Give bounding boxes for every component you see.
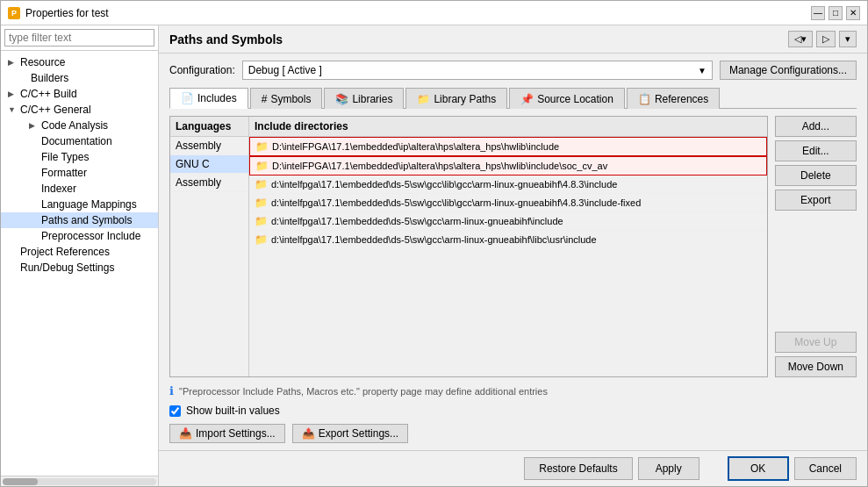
sidebar-label-indexer: Indexer <box>41 183 76 195</box>
sidebar-label-language-mappings: Language Mappings <box>41 198 137 211</box>
close-button[interactable]: ✕ <box>846 6 860 20</box>
tab-library-paths-icon: 📁 <box>417 93 430 105</box>
folder-icon-3: 📁 <box>255 178 268 190</box>
sidebar-item-indexer[interactable]: Indexer <box>1 181 158 197</box>
move-up-button[interactable]: Move Up <box>775 332 857 353</box>
sidebar-label-preprocessor: Preprocessor Include <box>41 230 140 242</box>
show-builtin-checkbox[interactable] <box>169 405 181 417</box>
scrollbar-thumb[interactable] <box>3 478 38 485</box>
expand-arrow-resource: ▶ <box>8 58 17 67</box>
sidebar-label-code-analysis: Code Analysis <box>41 119 108 132</box>
lang-item-assembly-1[interactable]: Assembly <box>170 137 248 155</box>
title-bar-buttons: — □ ✕ <box>811 6 860 20</box>
search-input[interactable] <box>4 29 154 47</box>
sidebar-search-container <box>1 25 158 51</box>
title-bar: P Properties for test — □ ✕ <box>1 1 867 25</box>
import-export-row: 📥 Import Settings... 📤 Export Settings..… <box>169 424 857 443</box>
add-button[interactable]: Add... <box>775 116 857 137</box>
tab-references[interactable]: 📋 References <box>627 88 720 109</box>
cancel-button[interactable]: Cancel <box>794 457 857 480</box>
sidebar-label-cpp-build: C/C++ Build <box>20 88 77 100</box>
path-item-3[interactable]: 📁 d:\intelfpga\17.1\embedded\ds-5\sw\gcc… <box>249 175 767 194</box>
nav-back-button[interactable]: ◁▾ <box>788 31 813 47</box>
path-item-6[interactable]: 📁 d:\intelfpga\17.1\embedded\ds-5\sw\gcc… <box>249 231 767 249</box>
export-button[interactable]: Export <box>775 190 857 211</box>
show-builtin-label: Show built-in values <box>186 405 280 417</box>
config-select-arrow-icon: ▼ <box>698 66 707 75</box>
panel-body: Configuration: Debug [ Active ] ▼ Manage… <box>159 54 867 450</box>
window-icon: P <box>8 7 20 19</box>
folder-icon-1: 📁 <box>255 140 269 153</box>
export-settings-button[interactable]: 📤 Export Settings... <box>292 424 408 443</box>
tab-symbols-icon: # <box>262 93 268 105</box>
ok-button[interactable]: OK <box>728 456 789 481</box>
lang-item-gnu-c[interactable]: GNU C <box>170 155 248 174</box>
show-builtin-row: Show built-in values <box>169 405 857 417</box>
panel-nav: ◁▾ ▷ ▾ <box>788 31 857 47</box>
tab-symbols[interactable]: # Symbols <box>250 88 323 109</box>
tab-includes[interactable]: 📄 Includes <box>169 88 248 109</box>
sidebar-item-code-analysis[interactable]: ▶ Code Analysis <box>1 118 158 133</box>
edit-button[interactable]: Edit... <box>775 140 857 161</box>
sidebar-item-formatter[interactable]: Formatter <box>1 165 158 181</box>
sidebar-item-language-mappings[interactable]: Language Mappings <box>1 197 158 212</box>
sidebar-item-cpp-general[interactable]: ▼ C/C++ General <box>1 102 158 118</box>
sidebar-item-preprocessor[interactable]: Preprocessor Include <box>1 228 158 244</box>
tab-libraries-icon: 📚 <box>335 93 348 105</box>
panel-title: Paths and Symbols <box>169 32 283 47</box>
sidebar-item-project-references[interactable]: Project References <box>1 244 158 260</box>
sidebar-item-resource[interactable]: ▶ Resource <box>1 54 158 70</box>
config-select[interactable]: Debug [ Active ] ▼ <box>242 61 713 80</box>
tab-symbols-label: Symbols <box>270 93 311 105</box>
tab-library-paths[interactable]: 📁 Library Paths <box>405 88 507 109</box>
sidebar-label-paths-and-symbols: Paths and Symbols <box>41 214 132 226</box>
restore-defaults-button[interactable]: Restore Defaults <box>524 457 632 480</box>
tab-library-paths-label: Library Paths <box>434 93 496 105</box>
sidebar-item-documentation[interactable]: Documentation <box>1 133 158 149</box>
config-label: Configuration: <box>169 64 235 76</box>
sidebar-item-builders[interactable]: Builders <box>1 70 158 86</box>
sidebar-label-file-types: File Types <box>41 151 89 163</box>
maximize-button[interactable]: □ <box>829 6 843 20</box>
expand-arrow-cpp-general: ▼ <box>8 105 17 114</box>
path-text-1: D:\intelFPGA\17.1\embedded\ip\altera\hps… <box>272 141 559 152</box>
sidebar-label-run-debug: Run/Debug Settings <box>20 261 114 274</box>
minimize-button[interactable]: — <box>811 6 825 20</box>
window-icon-text: P <box>11 9 17 18</box>
table-inner: Languages Assembly GNU C Assembly Includ… <box>169 116 768 377</box>
main-panel: Paths and Symbols ◁▾ ▷ ▾ Configuration: … <box>159 25 867 486</box>
sidebar-label-cpp-general: C/C++ General <box>20 104 91 116</box>
tab-source-location-icon: 📌 <box>520 93 534 105</box>
import-icon: 📥 <box>179 427 192 440</box>
scrollbar-track <box>3 478 156 485</box>
sidebar-item-cpp-build[interactable]: ▶ C/C++ Build <box>1 86 158 102</box>
sidebar-item-file-types[interactable]: File Types <box>1 149 158 165</box>
apply-button[interactable]: Apply <box>638 457 699 480</box>
sidebar-label-resource: Resource <box>20 56 65 68</box>
nav-forward-button[interactable]: ▷ <box>816 31 836 47</box>
path-item-1[interactable]: 📁 D:\intelFPGA\17.1\embedded\ip\altera\h… <box>249 137 767 156</box>
tab-source-location[interactable]: 📌 Source Location <box>509 88 625 109</box>
panel-header: Paths and Symbols ◁▾ ▷ ▾ <box>159 25 867 54</box>
tab-libraries[interactable]: 📚 Libraries <box>324 88 404 109</box>
path-item-5[interactable]: 📁 d:\intelfpga\17.1\embedded\ds-5\sw\gcc… <box>249 212 767 231</box>
tab-source-location-label: Source Location <box>537 93 613 105</box>
manage-configurations-button[interactable]: Manage Configurations... <box>720 61 857 80</box>
sidebar-item-run-debug[interactable]: Run/Debug Settings <box>1 260 158 276</box>
path-item-2[interactable]: 📁 D:\intelFPGA\17.1\embedded\ip\altera\h… <box>249 156 767 175</box>
content-area: ▶ Resource Builders ▶ C/C++ Build ▼ C/C+… <box>1 25 867 486</box>
delete-button[interactable]: Delete <box>775 165 857 186</box>
lang-item-assembly-2[interactable]: Assembly <box>170 174 248 192</box>
path-item-4[interactable]: 📁 d:\intelfpga\17.1\embedded\ds-5\sw\gcc… <box>249 194 767 212</box>
sidebar-tree: ▶ Resource Builders ▶ C/C++ Build ▼ C/C+… <box>1 51 158 476</box>
tab-includes-label: Includes <box>197 92 237 104</box>
sidebar-scrollbar[interactable] <box>1 476 158 486</box>
sidebar-item-paths-and-symbols[interactable]: Paths and Symbols <box>1 212 158 228</box>
path-text-2: D:\intelFPGA\17.1\embedded\ip\altera\hps… <box>272 161 607 171</box>
right-action-buttons: Add... Edit... Delete Export Move Up Mov… <box>775 116 857 377</box>
move-down-button[interactable]: Move Down <box>775 356 857 377</box>
expand-arrow-code-analysis: ▶ <box>29 121 38 130</box>
nav-dropdown-button[interactable]: ▾ <box>839 31 857 47</box>
sidebar-label-project-references: Project References <box>20 246 110 258</box>
import-settings-button[interactable]: 📥 Import Settings... <box>169 424 285 443</box>
